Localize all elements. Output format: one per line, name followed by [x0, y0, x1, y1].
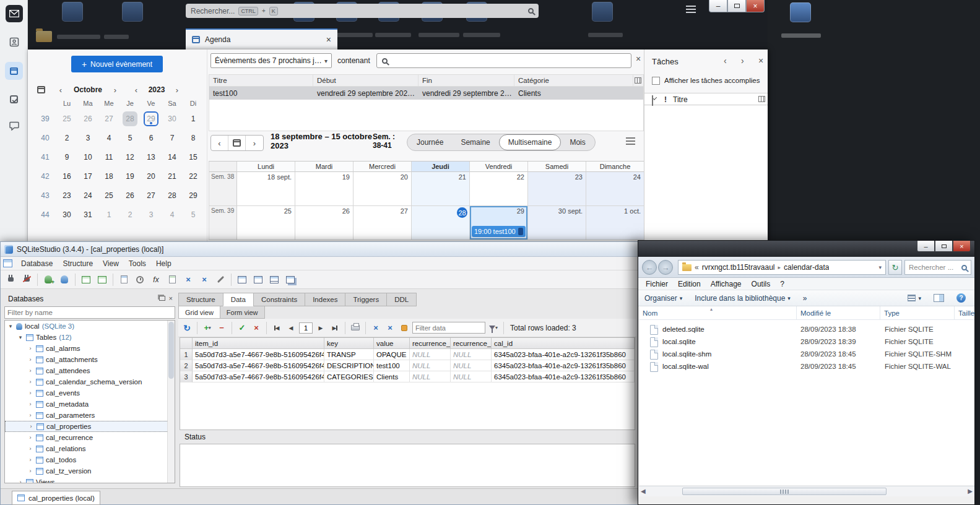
mini-day-cell[interactable]: 15: [186, 150, 201, 165]
calendar-event[interactable]: 19:00 test100: [472, 226, 526, 237]
menu-help[interactable]: Help: [151, 259, 176, 268]
new-event-button[interactable]: + Nouvel évènement: [71, 56, 163, 72]
prev-month-button[interactable]: ‹: [55, 84, 66, 96]
expander-icon[interactable]: ›: [27, 356, 33, 363]
expander-icon[interactable]: ›: [27, 434, 33, 441]
tree-item-database[interactable]: ▾ local (SQLite 3): [5, 321, 175, 332]
tree-item-table[interactable]: ›cal_parameters: [5, 410, 175, 421]
mini-day-cell[interactable]: 25: [59, 111, 74, 126]
column-header-titre[interactable]: Titre: [209, 75, 313, 86]
search-box[interactable]: Rechercher ...: [904, 260, 971, 275]
first-row-button[interactable]: ◀: [271, 321, 283, 335]
column-header-recurrence1[interactable]: recurrence_: [410, 338, 451, 349]
day-cell[interactable]: 25: [237, 206, 295, 240]
mini-day-cell-selected[interactable]: 29: [144, 111, 158, 126]
mini-day-cell[interactable]: 4: [102, 131, 116, 145]
tasks-space-button[interactable]: [5, 90, 23, 108]
mini-day-cell[interactable]: 5: [186, 207, 201, 222]
view-semaine-button[interactable]: Semaine: [452, 134, 498, 150]
day-cell-today[interactable]: 28: [412, 206, 470, 240]
help-button[interactable]: ?: [950, 293, 974, 303]
tile-vertical-button[interactable]: [251, 272, 266, 287]
menu-database[interactable]: Database: [16, 259, 58, 268]
global-search[interactable]: Rechercher... CTRL + K: [186, 4, 539, 18]
filter-data-input[interactable]: [412, 322, 485, 334]
menu-outils[interactable]: Outils: [747, 280, 776, 288]
tree-item-table[interactable]: ›cal_events: [5, 387, 175, 399]
tree-item-table[interactable]: ›cal_alarms: [5, 343, 175, 354]
tree-item-table[interactable]: ›cal_attendees: [5, 365, 175, 376]
cell-cal-id[interactable]: 6345a023-bfaa-401e-a2c9-13261f35b860: [492, 371, 635, 382]
tile-windows-button[interactable]: [235, 272, 249, 287]
edit-table-button[interactable]: [95, 272, 110, 287]
chat-space-button[interactable]: [5, 118, 23, 136]
day-cell[interactable]: 21: [412, 172, 470, 206]
rollback-button[interactable]: ×: [250, 321, 262, 335]
pane-divider[interactable]: [207, 50, 207, 241]
tree-item-tables[interactable]: ▾ Tables (12): [5, 332, 175, 343]
mini-day-cell[interactable]: 1: [186, 111, 201, 126]
menu-edition[interactable]: Edition: [673, 280, 706, 288]
column-header-item-id[interactable]: item_id: [193, 338, 324, 349]
cell-value[interactable]: Clients: [374, 371, 410, 382]
tab-close-icon[interactable]: ×: [326, 35, 331, 45]
tab-agenda[interactable]: Agenda ×: [186, 28, 337, 50]
refresh-table-button[interactable]: ↻: [181, 321, 193, 335]
expander-icon[interactable]: ›: [27, 457, 33, 463]
day-cell-selected[interactable]: 29 19:00 test100: [470, 206, 528, 240]
filter-close-icon[interactable]: ×: [636, 54, 641, 63]
expander-icon[interactable]: ›: [27, 368, 33, 374]
mini-day-cell[interactable]: 9: [59, 150, 74, 165]
menu-affichage[interactable]: Affichage: [706, 280, 747, 288]
app-menu-button[interactable]: [686, 6, 696, 7]
mini-day-cell[interactable]: 1: [102, 207, 116, 222]
mini-day-cell[interactable]: 12: [123, 150, 137, 165]
tree-item-table[interactable]: ›cal_todos: [5, 454, 175, 465]
addressbook-space-button[interactable]: [5, 34, 23, 52]
minimize-button[interactable]: –: [917, 241, 935, 252]
mini-day-cell[interactable]: 27: [144, 188, 158, 203]
mini-day-cell[interactable]: 2: [123, 207, 137, 222]
view-mois-button[interactable]: Mois: [561, 134, 594, 150]
row-number[interactable]: 3: [180, 371, 193, 382]
database-filter-input[interactable]: [4, 306, 175, 319]
column-header-value[interactable]: value: [374, 338, 410, 349]
next-period-button[interactable]: ›: [246, 136, 263, 150]
include-library-button[interactable]: Inclure dans la bibliothèque▾: [688, 294, 797, 303]
horizontal-scrollbar[interactable]: ◀ ▶: [639, 486, 974, 496]
tasks-close-icon[interactable]: ×: [758, 56, 763, 66]
column-header-key[interactable]: key: [324, 338, 374, 349]
expander-icon[interactable]: ›: [27, 345, 33, 352]
file-row[interactable]: local.sqlite 28/09/2023 18:39 Fichier SQ…: [639, 336, 974, 348]
mini-day-cell[interactable]: 31: [80, 207, 95, 222]
mini-day-cell[interactable]: 11: [102, 150, 116, 165]
cell-null[interactable]: NULL: [451, 371, 492, 382]
scrollbar-thumb[interactable]: [682, 488, 887, 495]
tree-item-table[interactable]: ›cal_attachments: [5, 354, 175, 365]
close-button[interactable]: ×: [746, 0, 765, 12]
expander-icon[interactable]: ›: [27, 390, 33, 396]
mdi-tab-cal-properties[interactable]: cal_properties (local): [12, 491, 100, 505]
mini-day-cell[interactable]: 6: [144, 131, 158, 145]
mini-day-cell[interactable]: 10: [80, 150, 95, 165]
next-year-button[interactable]: ›: [171, 84, 183, 96]
mini-day-cell[interactable]: 14: [165, 150, 180, 165]
tree-item-table[interactable]: ›cal_metadata: [5, 399, 175, 410]
cell-key[interactable]: DESCRIPTION: [324, 360, 374, 371]
mini-day-cell[interactable]: 8: [186, 131, 201, 145]
breadcrumb-overflow[interactable]: «: [695, 263, 699, 272]
row-number[interactable]: 1: [180, 349, 193, 360]
mini-day-cell[interactable]: 30: [59, 207, 74, 222]
desktop-icon[interactable]: [790, 2, 811, 22]
maximize-button[interactable]: [727, 0, 746, 12]
mini-day-cell[interactable]: 29: [186, 188, 201, 203]
tab-grid-view[interactable]: Grid view: [178, 306, 220, 319]
tree-item-table[interactable]: ›cal_relations: [5, 443, 175, 454]
row-number[interactable]: 2: [180, 360, 193, 371]
event-search-input[interactable]: [391, 56, 626, 65]
day-cell[interactable]: 26: [295, 206, 353, 240]
address-dropdown-icon[interactable]: ▾: [878, 264, 882, 270]
show-completed-checkbox[interactable]: [652, 77, 660, 85]
tab-constraints[interactable]: Constraints: [253, 293, 305, 306]
sqlitestudio-titlebar[interactable]: SQLiteStudio (3.4.4) - [cal_properties (…: [1, 242, 639, 257]
